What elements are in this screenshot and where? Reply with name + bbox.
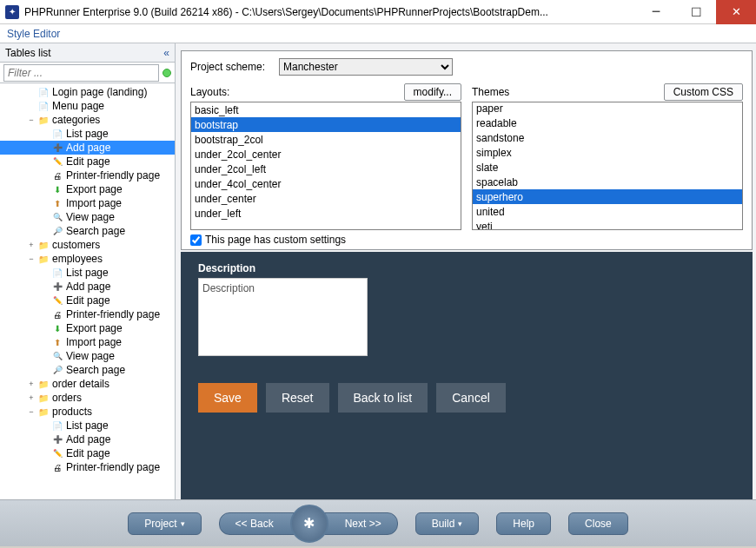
tree-node[interactable]: +customers — [0, 238, 175, 252]
tree-node-label: Search page — [66, 364, 125, 376]
cancel-button[interactable]: Cancel — [436, 383, 506, 413]
back-to-list-button[interactable]: Back to list — [338, 383, 428, 413]
print-icon — [50, 460, 64, 474]
theme-option[interactable]: readable — [473, 116, 742, 130]
tree-node[interactable]: Printer-friendly page — [0, 460, 175, 474]
reset-button[interactable]: Reset — [266, 383, 329, 413]
tree-node[interactable]: Search page — [0, 224, 175, 238]
minimize-button[interactable] — [636, 0, 676, 24]
modify-button[interactable]: modify... — [404, 83, 461, 101]
expand-icon[interactable]: + — [26, 380, 36, 388]
tree-node[interactable]: Add page — [0, 280, 175, 294]
tree-node[interactable]: −categories — [0, 113, 175, 127]
tree-node[interactable]: +orders — [0, 391, 175, 405]
tree-node[interactable]: View page — [0, 210, 175, 224]
theme-option[interactable]: simplex — [473, 145, 742, 160]
theme-option[interactable]: united — [473, 204, 742, 219]
tree-node[interactable]: Menu page — [0, 99, 175, 113]
layout-option[interactable]: under_left — [191, 206, 461, 221]
layouts-column: Layouts: modify... basic_leftbootstrapbo… — [190, 83, 461, 230]
tree-node[interactable]: Edit page — [0, 294, 175, 307]
close-button[interactable] — [716, 0, 756, 24]
custom-css-button[interactable]: Custom CSS — [664, 83, 743, 101]
layout-option[interactable]: bootstrap_2col — [191, 132, 461, 147]
layout-option[interactable]: under_4col_center — [191, 176, 461, 191]
tables-tree[interactable]: Login page (landing)Menu page−categories… — [0, 83, 175, 499]
project-button[interactable]: Project — [128, 512, 201, 535]
tree-node[interactable]: Search page — [0, 363, 175, 377]
menu-style-editor[interactable]: Style Editor — [7, 28, 60, 40]
themes-column: Themes Custom CSS paperreadablesandstone… — [472, 83, 743, 230]
back-button[interactable]: << Back — [219, 512, 295, 535]
scheme-select[interactable]: Manchester — [279, 58, 453, 76]
tree-node[interactable]: List page — [0, 419, 175, 432]
footer-bar: Project << Back Next >> Build Help Close — [0, 499, 756, 546]
nav-center-icon[interactable] — [290, 505, 328, 543]
expand-icon[interactable]: − — [26, 254, 36, 263]
layout-option[interactable]: under_2col_center — [191, 147, 461, 162]
tree-node-label: Export page — [66, 183, 123, 195]
tree-node[interactable]: +order details — [0, 377, 175, 391]
tree-node[interactable]: List page — [0, 127, 175, 141]
tree-node[interactable]: Printer-friendly page — [0, 168, 175, 182]
custom-settings-checkbox[interactable] — [190, 234, 202, 246]
layout-option[interactable]: under_2col_left — [191, 162, 461, 176]
add-icon — [50, 280, 64, 294]
tree-node[interactable]: −products — [0, 405, 175, 419]
export-icon — [50, 182, 64, 196]
expand-icon[interactable]: + — [26, 241, 36, 249]
expand-icon[interactable]: − — [26, 407, 36, 416]
tree-node-label: Add page — [66, 142, 110, 154]
tree-node-label: View page — [66, 211, 115, 223]
page-icon — [50, 127, 64, 141]
themes-listbox[interactable]: paperreadablesandstonesimplexslatespacel… — [472, 102, 743, 230]
theme-option[interactable]: paper — [473, 102, 742, 116]
tree-node-label: orders — [52, 392, 82, 404]
folder-icon — [36, 391, 50, 405]
edit-icon — [50, 294, 64, 307]
tree-node[interactable]: List page — [0, 266, 175, 280]
theme-option[interactable]: slate — [473, 160, 742, 175]
tree-node-label: Login page (landing) — [52, 86, 147, 98]
theme-option[interactable]: sandstone — [473, 130, 742, 145]
tree-node[interactable]: Edit page — [0, 446, 175, 460]
help-button[interactable]: Help — [496, 512, 551, 535]
tree-node[interactable]: Add page — [0, 141, 175, 155]
next-button[interactable]: Next >> — [323, 512, 398, 535]
expand-icon[interactable]: + — [26, 393, 36, 402]
page-icon — [36, 99, 50, 113]
theme-option[interactable]: yeti — [473, 219, 742, 230]
tree-node[interactable]: Import page — [0, 335, 175, 349]
tree-node[interactable]: Export page — [0, 321, 175, 335]
layouts-listbox[interactable]: basic_leftbootstrapbootstrap_2colunder_2… — [190, 102, 461, 230]
expand-icon[interactable]: − — [26, 116, 36, 124]
layout-option[interactable]: basic_left — [191, 102, 461, 117]
maximize-button[interactable] — [676, 0, 716, 24]
sidebar: Tables list « Login page (landing)Menu p… — [0, 43, 176, 499]
filter-input[interactable] — [3, 64, 159, 82]
search-icon — [50, 224, 64, 238]
layout-option[interactable]: bootstrap — [191, 117, 461, 132]
tree-node[interactable]: −employees — [0, 252, 175, 266]
edit-icon — [50, 155, 64, 168]
tree-node[interactable]: View page — [0, 349, 175, 363]
tree-node[interactable]: Add page — [0, 432, 175, 446]
custom-settings-label[interactable]: This page has custom settings — [205, 234, 346, 246]
layout-option[interactable]: under_center — [191, 191, 461, 206]
tree-node[interactable]: Edit page — [0, 155, 175, 168]
theme-option[interactable]: superhero — [473, 189, 742, 204]
tree-node[interactable]: Export page — [0, 182, 175, 196]
sidebar-title: Tables list — [5, 47, 163, 59]
tree-node[interactable]: Import page — [0, 196, 175, 210]
close-footer-button[interactable]: Close — [568, 512, 628, 535]
tree-node[interactable]: Printer-friendly page — [0, 307, 175, 321]
sidebar-collapse-button[interactable]: « — [163, 47, 169, 59]
print-icon — [50, 307, 64, 321]
save-button[interactable]: Save — [198, 383, 257, 413]
tree-node-label: Menu page — [52, 100, 104, 112]
tree-node[interactable]: Login page (landing) — [0, 85, 175, 99]
theme-option[interactable]: spacelab — [473, 175, 742, 189]
export-icon — [50, 321, 64, 335]
build-button[interactable]: Build — [415, 512, 480, 535]
description-textarea[interactable] — [198, 278, 368, 356]
